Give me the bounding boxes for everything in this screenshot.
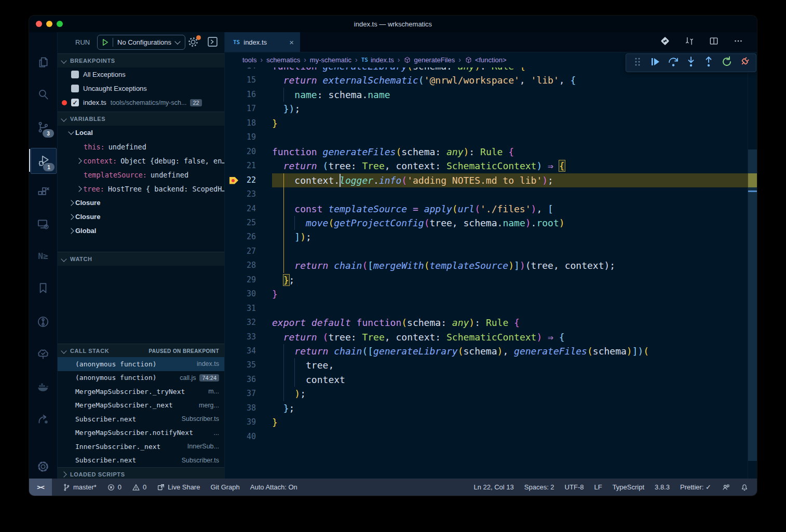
variable-row[interactable]: this:undefined [58, 140, 224, 154]
status-errors[interactable]: 0 [107, 483, 121, 492]
activity-bar-item-docker[interactable] [31, 374, 56, 399]
code-line[interactable]: 25 move(getProjectConfig(tree, schema.na… [225, 216, 757, 230]
code-line[interactable]: 18} [225, 116, 757, 130]
split-editor-icon[interactable] [709, 36, 719, 48]
activity-bar-item-run-and-debug[interactable]: 1 [31, 148, 57, 174]
code-line[interactable]: 32export default function(schema: any): … [225, 316, 757, 330]
status-warnings[interactable]: 0 [132, 483, 146, 492]
code-line[interactable]: 38 }; [225, 401, 757, 415]
activity-bar-item-gitlens[interactable] [31, 309, 56, 334]
checkbox-checked[interactable]: ✓ [71, 99, 79, 106]
variable-row[interactable]: Closure [58, 210, 224, 224]
open-changes-icon[interactable] [660, 36, 670, 48]
activity-bar-item-todo-tree[interactable] [31, 342, 56, 366]
code-line[interactable]: 30} [225, 287, 757, 301]
section-header-breakpoints[interactable]: BREAKPOINTS [58, 53, 224, 67]
code-line[interactable]: 37 ); [225, 387, 757, 401]
status-ts-version[interactable]: 3.8.3 [655, 483, 670, 491]
code-line[interactable]: 28 return chain([mergeWith(templateSourc… [225, 258, 757, 272]
scrollbar[interactable] [748, 67, 757, 479]
code-area[interactable]: 14function generateLibrary(schema: any):… [225, 67, 757, 479]
status-feedback[interactable] [722, 483, 730, 492]
variable-row[interactable]: Global [58, 224, 224, 238]
call-stack-frame[interactable]: Subscriber.nextSubscriber.ts [58, 454, 224, 468]
call-stack-frame[interactable]: MergeMapSubscriber._nextmerg... [58, 399, 224, 413]
code-line[interactable]: 29 }; [225, 273, 757, 287]
code-line[interactable]: 40 [225, 430, 757, 444]
variable-row[interactable]: tree:HostTree {_backend: ScopedH… [58, 182, 224, 196]
breadcrumb-item-generateFiles[interactable]: generateFiles [403, 56, 455, 64]
debug-settings-gear[interactable] [187, 36, 200, 49]
breakpoint-item[interactable]: ✓index.tstools/schematics/my-sch...22 [58, 96, 224, 110]
start-debug-icon[interactable] [101, 38, 109, 46]
scrollbar-slider[interactable] [748, 149, 757, 461]
code-line[interactable]: 26 ]); [225, 230, 757, 244]
breadcrumb-item-index-ts[interactable]: TSindex.ts [361, 56, 394, 64]
disconnect-button[interactable] [738, 56, 751, 70]
code-line[interactable]: 36 context [225, 373, 757, 387]
checkbox[interactable] [71, 85, 79, 92]
activity-bar-item-search[interactable] [31, 82, 56, 107]
close-window-button[interactable] [36, 21, 42, 27]
debug-console-button[interactable] [207, 36, 218, 49]
status-encoding[interactable]: UTF-8 [565, 483, 584, 491]
code-line[interactable]: 27 [225, 244, 757, 258]
variable-row[interactable]: templateSource:undefined [58, 168, 224, 182]
step-into-button[interactable] [685, 56, 697, 70]
activity-bar-item-manage[interactable] [31, 454, 56, 479]
code-line[interactable]: 39} [225, 415, 757, 429]
code-line[interactable]: 23 [225, 187, 757, 201]
section-header-call-stack[interactable]: CALL STACKPAUSED ON BREAKPOINT [58, 344, 224, 358]
more-actions-icon[interactable] [733, 36, 743, 48]
status-git-graph[interactable]: Git Graph [210, 483, 239, 491]
call-stack-frame[interactable]: (anonymous function)index.ts [58, 357, 224, 371]
status-notifications[interactable] [740, 483, 749, 492]
activity-bar-item-extensions[interactable] [31, 180, 56, 204]
code-line[interactable]: 21 return (tree: Tree, context: Schemati… [225, 159, 757, 173]
activity-bar-item-source-control[interactable]: 3 [31, 115, 56, 140]
continue-button[interactable] [649, 56, 661, 70]
remote-indicator[interactable]: >< [29, 479, 52, 496]
status-live-share[interactable]: Live Share [157, 483, 200, 492]
breadcrumb-item-schematics[interactable]: schematics [266, 56, 300, 64]
code-line[interactable]: 15 return externalSchematic('@nrwl/works… [225, 73, 757, 87]
call-stack-frame[interactable]: (anonymous function)call.js74:24 [58, 371, 224, 385]
call-stack-frame[interactable]: Subscriber.nextSubscriber.ts [58, 412, 224, 426]
compare-changes-icon[interactable] [684, 36, 695, 48]
code-line[interactable]: 20function generateFiles(schema: any): R… [225, 145, 757, 159]
breakpoint-item[interactable]: All Exceptions [58, 67, 224, 81]
activity-bar-item-remote-explorer[interactable] [31, 212, 56, 237]
code-line[interactable]: 16 name: schema.name [225, 88, 757, 102]
restart-button[interactable] [721, 56, 733, 70]
launch-configuration-dropdown[interactable]: No Configurations [97, 35, 185, 50]
activity-bar-item-explorer[interactable] [31, 50, 56, 75]
code-line[interactable]: 19 [225, 130, 757, 144]
code-line[interactable]: 34 return chain([generateLibrary(schema)… [225, 344, 757, 358]
minimize-window-button[interactable] [46, 21, 52, 27]
activity-bar-item-live-share[interactable] [31, 406, 56, 431]
status-git-branch[interactable]: master* [62, 483, 97, 492]
section-header-watch[interactable]: WATCH [58, 252, 224, 266]
step-over-button[interactable] [667, 56, 680, 70]
variable-row[interactable]: Local [58, 126, 224, 140]
status-prettier[interactable]: Prettier: ✓ [680, 483, 711, 491]
code-line[interactable]: 17 }); [225, 102, 757, 116]
tab-index-ts[interactable]: TS index.ts × [225, 32, 301, 52]
call-stack-frame[interactable]: InnerSubscriber._nextInnerSub... [58, 440, 224, 454]
status-indentation[interactable]: Spaces: 2 [524, 483, 554, 491]
code-line[interactable]: 33 return (tree: Tree, context: Schemati… [225, 330, 757, 344]
breadcrumb-item-my-schematic[interactable]: my-schematic [310, 56, 351, 64]
variable-row[interactable]: context:Object {debug: false, en… [58, 154, 224, 168]
code-line[interactable]: 22 context.logger.info('adding NOTES.md … [225, 173, 757, 187]
breakpoint-item[interactable]: Uncaught Exceptions [58, 81, 224, 96]
section-header-variables[interactable]: VARIABLES [58, 112, 224, 126]
breadcrumb-item-tools[interactable]: tools [242, 56, 256, 64]
close-tab-icon[interactable]: × [289, 38, 294, 47]
activity-bar-item-bookmarks[interactable] [31, 276, 56, 301]
variable-row[interactable]: Closure [58, 196, 224, 210]
call-stack-frame[interactable]: MergeMapSubscriber.notifyNext... [58, 426, 224, 440]
step-out-button[interactable] [702, 56, 715, 70]
code-line[interactable]: 31 [225, 302, 757, 316]
status-eol[interactable]: LF [594, 483, 602, 491]
activity-bar-item-nx-console[interactable]: N≥ [31, 244, 56, 269]
